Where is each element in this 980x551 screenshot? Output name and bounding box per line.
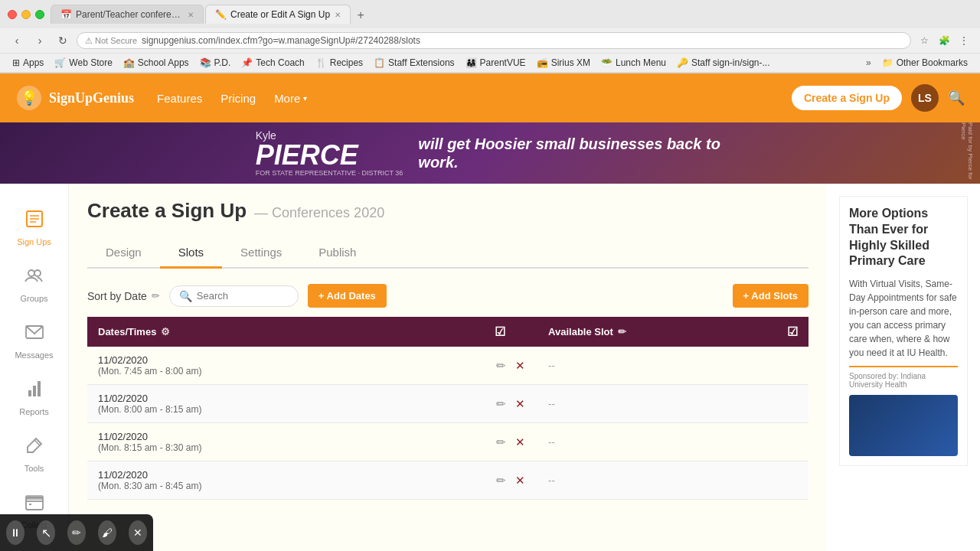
sidebar-item-messages[interactable]: Messages: [0, 312, 68, 369]
bookmark-apps[interactable]: ⊞ Apps: [8, 56, 48, 70]
site-logo[interactable]: 💡 SignUpGenius: [15, 84, 134, 112]
settings-icon[interactable]: ⚙: [161, 326, 170, 337]
sidebar-item-tools[interactable]: Tools: [0, 425, 68, 482]
nav-features[interactable]: Features: [157, 92, 202, 105]
time-4: (Mon. 8:30 am - 8:45 am): [98, 481, 201, 491]
slot-1: --: [537, 347, 776, 385]
more-bookmarks-button[interactable]: »: [861, 56, 876, 70]
browser-tab-2[interactable]: ✏️ Create or Edit A Sign Up ✕: [205, 5, 351, 24]
chevron-down-icon: ▾: [303, 94, 307, 103]
add-slots-button[interactable]: + Add Slots: [733, 284, 808, 308]
web-store-label: Web Store: [69, 57, 112, 68]
edit-row-3-button[interactable]: ✏: [495, 434, 508, 451]
bookmark-sirius-xm[interactable]: 📻 Sirius XM: [532, 56, 595, 70]
sort-by-date-text: Sort by Date: [87, 290, 147, 302]
extensions-button[interactable]: 🧩: [936, 32, 952, 49]
minimize-window-button[interactable]: [21, 10, 31, 19]
nav-pricing[interactable]: Pricing: [220, 92, 256, 105]
sidebar-item-signups[interactable]: Sign Ups: [0, 199, 68, 256]
date-cell-4: 11/02/2020 (Mon. 8:30 am - 8:45 am): [87, 461, 484, 500]
bookmark-tech-coach[interactable]: 📌 Tech Coach: [237, 56, 309, 70]
sort-label: Sort by Date ✏: [87, 290, 160, 302]
other-bookmarks-button[interactable]: 📁 Other Bookmarks: [877, 56, 972, 70]
url-text: signupgenius.com/index.cfm?go=w.manageSi…: [142, 35, 420, 46]
bookmarks-bar: ⊞ Apps 🛒 Web Store 🏫 School Apps 📚 P.D. …: [0, 54, 980, 73]
date-cell-3: 11/02/2020 (Mon. 8:15 am - 8:30 am): [87, 423, 484, 461]
tab-design[interactable]: Design: [87, 238, 160, 269]
edit-row-2-button[interactable]: ✏: [495, 396, 508, 412]
col-dates-times: Dates/Times ⚙: [87, 317, 484, 347]
edit-row-1-button[interactable]: ✏: [495, 357, 508, 374]
bookmark-staff-extensions[interactable]: 📋 Staff Extensions: [369, 56, 459, 70]
close-recording-button[interactable]: ✕: [129, 520, 147, 545]
browser-tab-1[interactable]: 📅 Parent/Teacher conferences - ✕: [51, 5, 204, 24]
new-tab-button[interactable]: +: [352, 7, 369, 24]
bookmark-staff-signin[interactable]: 🔑 Staff sign-in/sign-...: [672, 56, 775, 70]
tab1-close-button[interactable]: ✕: [188, 11, 194, 19]
pause-icon: ⏸: [10, 527, 21, 539]
ad-banner: Kyle PIERCE FOR STATE REPRESENTATIVE · D…: [0, 122, 980, 184]
forward-button[interactable]: ›: [31, 31, 49, 50]
add-dates-button[interactable]: + Add Dates: [308, 284, 387, 308]
col-select-all[interactable]: ☑: [484, 317, 537, 347]
right-ad-body: With Virtual Visits, Same-Day Appointmen…: [849, 277, 958, 360]
bookmark-school-apps[interactable]: 🏫 School Apps: [119, 56, 194, 70]
site-header: 💡 SignUpGenius Features Pricing More ▾ C…: [0, 73, 980, 122]
pd-label: P.D.: [214, 57, 231, 68]
create-signup-button[interactable]: Create a Sign Up: [792, 86, 902, 110]
sidebar-item-reports[interactable]: Reports: [0, 369, 68, 425]
delete-row-3-button[interactable]: ✕: [514, 434, 527, 451]
delete-row-4-button[interactable]: ✕: [514, 472, 527, 489]
slots-table: Dates/Times ⚙ ☑ Available Slot ✏: [87, 317, 808, 500]
tab-settings[interactable]: Settings: [222, 238, 300, 269]
brush-button[interactable]: 🖌: [98, 520, 116, 545]
nav-more-label: More: [274, 92, 300, 105]
ad-content: Kyle PIERCE FOR STATE REPRESENTATIVE · D…: [225, 129, 756, 177]
menu-button[interactable]: ⋮: [956, 32, 972, 49]
sidebar-item-groups[interactable]: Groups: [0, 256, 68, 312]
maximize-window-button[interactable]: [35, 10, 44, 19]
bookmark-web-store[interactable]: 🛒 Web Store: [50, 56, 116, 70]
delete-row-2-button[interactable]: ✕: [514, 396, 527, 412]
tools-icon: [24, 435, 45, 461]
right-ad: More Options Than Ever for Highly Skille…: [839, 196, 968, 466]
search-input[interactable]: [197, 290, 289, 302]
pointer-button[interactable]: ↖: [37, 520, 55, 545]
checkbox-all-2-icon[interactable]: ☑: [787, 325, 798, 338]
edit-sort-icon[interactable]: ✏: [152, 290, 160, 302]
search-box[interactable]: 🔍: [169, 285, 299, 307]
search-icon[interactable]: 🔍: [948, 90, 965, 106]
user-avatar[interactable]: LS: [911, 84, 939, 112]
delete-row-1-button[interactable]: ✕: [514, 357, 527, 374]
bookmark-recipes[interactable]: 🍴 Recipes: [311, 56, 368, 70]
refresh-button[interactable]: ↻: [54, 31, 72, 50]
nav-more[interactable]: More ▾: [274, 92, 307, 105]
bookmark-lunch-menu[interactable]: 🥗 Lunch Menu: [596, 56, 671, 70]
checkbox-all-icon[interactable]: ☑: [495, 325, 505, 338]
browser-titlebar: 📅 Parent/Teacher conferences - ✕ ✏️ Crea…: [0, 0, 980, 28]
right-ad-image: [849, 395, 958, 456]
warning-icon: ⚠: [85, 36, 93, 46]
close-window-button[interactable]: [8, 10, 17, 19]
bookmark-parentvue[interactable]: 👨‍👩‍👧 ParentVUE: [461, 56, 531, 70]
reports-icon: [24, 378, 45, 404]
lunch-menu-label: Lunch Menu: [616, 57, 666, 68]
tab2-close-button[interactable]: ✕: [335, 11, 341, 19]
edit-row-4-button[interactable]: ✏: [495, 472, 508, 489]
tab-publish[interactable]: Publish: [300, 238, 374, 269]
right-ad-sponsor: Sponsored by: Indiana University Health: [849, 366, 958, 389]
pencil-button[interactable]: ✏: [67, 520, 86, 545]
address-bar[interactable]: ⚠ Not Secure signupgenius.com/index.cfm?…: [77, 32, 911, 49]
right-sidebar: More Options Than Ever for Highly Skille…: [827, 184, 980, 551]
back-button[interactable]: ‹: [8, 31, 26, 50]
svg-point-6: [28, 270, 34, 276]
bookmark-button[interactable]: ☆: [916, 32, 933, 49]
tab-slots[interactable]: Slots: [160, 238, 222, 269]
pause-button[interactable]: ⏸: [6, 520, 24, 545]
available-slot-label: Available Slot: [548, 326, 613, 337]
groups-label: Groups: [20, 294, 47, 303]
bookmark-pd[interactable]: 📚 P.D.: [195, 56, 236, 70]
col-select-all-2[interactable]: ☑: [776, 317, 808, 347]
svg-text:💡: 💡: [21, 90, 38, 106]
edit-col-icon[interactable]: ✏: [618, 326, 626, 337]
